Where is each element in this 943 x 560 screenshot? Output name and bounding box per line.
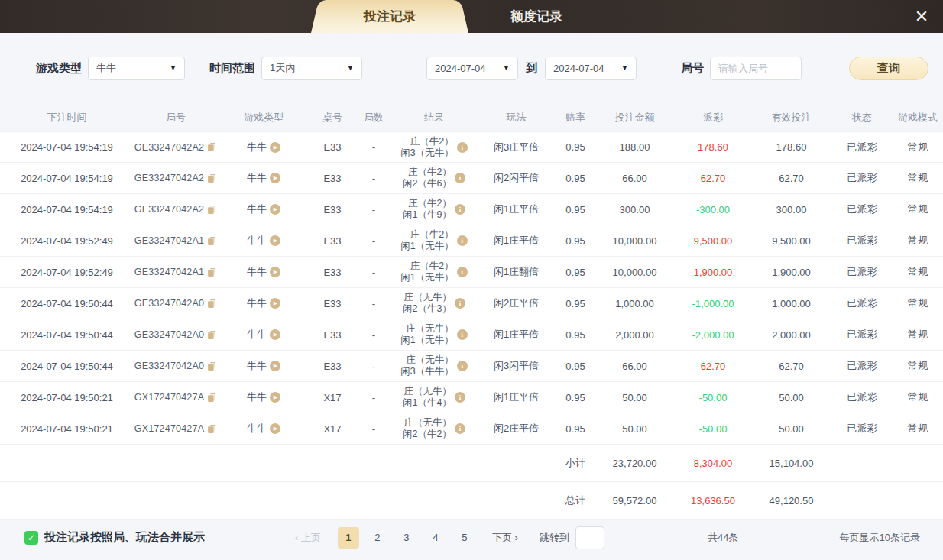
status-cell: 已派彩: [831, 296, 893, 310]
jump-to-input[interactable]: [575, 526, 604, 549]
result-cell: 庄（牛2） 闲2（牛6） i: [392, 167, 476, 189]
valid-bet-cell: 9,500.00: [751, 235, 831, 247]
merge-checkbox[interactable]: ✓: [24, 531, 38, 545]
valid-bet-cell: 1,000.00: [751, 298, 831, 309]
info-icon[interactable]: i: [457, 235, 468, 246]
play-icon[interactable]: ▶: [270, 298, 280, 309]
result-cell: 庄（牛2） 闲3（无牛） i: [392, 136, 476, 159]
date-to-label: 到: [526, 61, 537, 76]
round-no-cell: GE33247042A0: [134, 298, 218, 309]
result-text: 庄（无牛） 闲1（无牛）: [400, 323, 453, 346]
page-button[interactable]: 4: [425, 527, 446, 549]
play-icon[interactable]: ▶: [270, 361, 280, 371]
valid-bet-cell: 300.00: [751, 204, 831, 215]
play-cell: 闲3闲平倍: [476, 359, 556, 373]
odds-cell: 0.95: [556, 392, 595, 403]
info-icon[interactable]: i: [457, 329, 468, 340]
bet-time-cell: 2024-07-04 19:54:19: [0, 204, 134, 215]
col-header-bet-amount: 投注金额: [595, 111, 675, 125]
info-icon[interactable]: i: [457, 267, 468, 277]
game-type-cell: 牛牛 ▶: [218, 296, 309, 310]
total-label: 总计: [556, 494, 595, 507]
date-from-select[interactable]: 2024-07-04 ▼: [426, 57, 518, 80]
odds-cell: 0.95: [556, 361, 595, 372]
result-text: 庄（无牛） 闲2（牛2）: [403, 417, 452, 440]
payout-cell: 62.70: [675, 173, 751, 184]
table-row: 2024-07-04 19:50:44 GE33247042A0 牛牛 ▶ E3…: [0, 288, 943, 319]
bet-amount-cell: 66.00: [595, 361, 675, 372]
info-icon[interactable]: i: [457, 361, 468, 371]
info-icon[interactable]: i: [455, 173, 465, 183]
game-type-select[interactable]: 牛牛 ▼: [88, 57, 185, 80]
play-icon[interactable]: ▶: [270, 142, 280, 153]
info-icon[interactable]: i: [457, 142, 468, 153]
valid-bet-cell: 62.70: [751, 173, 831, 184]
play-icon[interactable]: ▶: [270, 204, 280, 215]
round-no-value: GE33247042A0: [134, 298, 204, 309]
info-icon[interactable]: i: [455, 423, 465, 434]
tab-bet-records[interactable]: 投注记录: [325, 0, 455, 33]
tab-quota-records[interactable]: 额度记录: [455, 0, 618, 33]
payout-cell: -300.00: [675, 204, 751, 215]
col-header-table-no: 桌号: [309, 111, 355, 125]
info-icon[interactable]: i: [455, 204, 465, 215]
copy-icon[interactable]: [207, 173, 217, 183]
total-row: 总计 59,572.00 13,636.50 49,120.50: [0, 482, 943, 520]
search-button-label: 查询: [877, 61, 900, 76]
play-icon[interactable]: ▶: [270, 329, 280, 340]
page-size-label: 每页显示10条记录: [840, 531, 920, 545]
game-type-cell: 牛牛 ▶: [218, 359, 309, 373]
close-icon[interactable]: ✕: [911, 6, 932, 28]
page-button[interactable]: 2: [367, 527, 388, 549]
pagination-pages: 12345: [338, 527, 475, 549]
play-icon[interactable]: ▶: [270, 267, 280, 277]
date-to-select[interactable]: 2024-07-04 ▼: [545, 57, 637, 80]
copy-icon[interactable]: [207, 424, 217, 434]
copy-icon[interactable]: [207, 267, 217, 277]
info-icon[interactable]: i: [455, 392, 465, 403]
page-button[interactable]: 3: [396, 527, 417, 549]
info-icon[interactable]: i: [455, 298, 465, 309]
tab-bet-records-label: 投注记录: [364, 8, 416, 25]
copy-icon[interactable]: [207, 142, 217, 152]
result-text: 庄（牛2） 闲1（无牛）: [400, 261, 453, 283]
round-no-cell: GE33247042A1: [134, 267, 218, 277]
play-cell: 闲1庄翻倍: [476, 265, 556, 279]
game-type-value: 牛牛: [247, 234, 267, 248]
game-mode-cell: 常规: [893, 328, 943, 342]
odds-cell: 0.95: [556, 235, 595, 247]
next-page-button[interactable]: 下页 ›: [492, 531, 518, 545]
round-no-value: GE33247042A2: [134, 142, 204, 153]
table-no-cell: E33: [309, 329, 355, 341]
game-mode-cell: 常规: [893, 359, 943, 373]
subtotal-label: 小计: [556, 456, 595, 470]
round-no-cell: GE33247042A0: [134, 329, 218, 340]
bet-time-cell: 2024-07-04 19:50:44: [0, 298, 134, 309]
subtotal-valid: 15,104.00: [751, 458, 831, 469]
copy-icon[interactable]: [207, 299, 217, 309]
prev-page-button[interactable]: ‹ 上页: [295, 531, 321, 545]
round-no-input[interactable]: [718, 63, 793, 74]
subtotal-bet: 23,720.00: [595, 458, 675, 469]
merge-label: 投注记录按照局、玩法合并展示: [44, 530, 205, 545]
play-icon[interactable]: ▶: [270, 392, 280, 403]
page-button[interactable]: 5: [454, 527, 475, 549]
copy-icon[interactable]: [207, 393, 217, 403]
copy-icon[interactable]: [207, 361, 217, 371]
payout-cell: 9,500.00: [675, 235, 751, 247]
page-button[interactable]: 1: [338, 527, 359, 549]
play-icon[interactable]: ▶: [270, 423, 280, 434]
search-button[interactable]: 查询: [849, 57, 928, 80]
table-row: 2024-07-04 19:52:49 GE33247042A1 牛牛 ▶ E3…: [0, 225, 943, 257]
copy-icon[interactable]: [207, 236, 217, 246]
game-type-cell: 牛牛 ▶: [218, 390, 309, 404]
round-no-value: GE33247042A2: [134, 173, 204, 183]
result-cell: 庄（牛2） 闲1（无牛） i: [392, 229, 476, 252]
copy-icon[interactable]: [207, 205, 217, 215]
play-icon[interactable]: ▶: [270, 173, 280, 183]
valid-bet-cell: 62.70: [751, 361, 831, 372]
play-cell: 闲3庄平倍: [476, 141, 556, 154]
time-range-select[interactable]: 1天内 ▼: [261, 57, 362, 80]
play-icon[interactable]: ▶: [270, 235, 280, 246]
copy-icon[interactable]: [207, 330, 217, 340]
